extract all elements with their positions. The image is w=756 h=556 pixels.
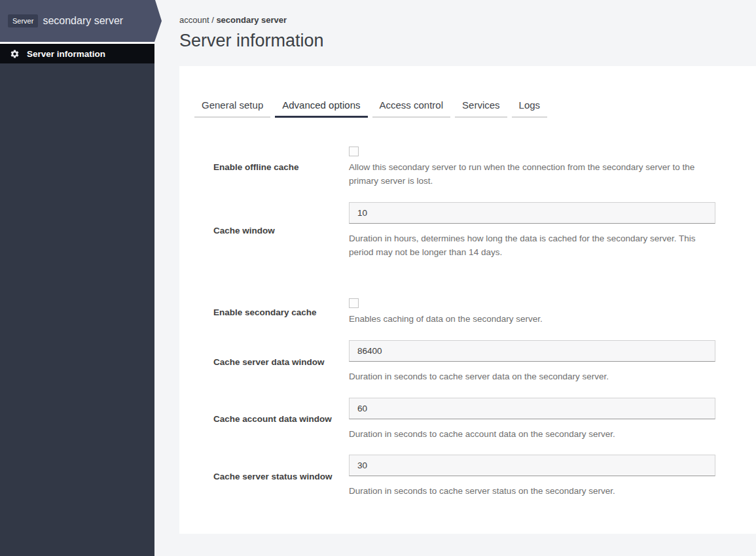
sidebar-header: Server secondary server — [0, 0, 162, 42]
sidebar-server-name: secondary server — [43, 15, 123, 27]
tab-advanced-options[interactable]: Advanced options — [275, 96, 367, 118]
form-row-enable-offline-cache: Enable offline cacheAllow this secondary… — [213, 147, 715, 188]
field-control: Duration in hours, determines how long t… — [349, 202, 715, 260]
tab-general-setup[interactable]: General setup — [194, 96, 270, 118]
field-control: Duration in seconds to cache server data… — [349, 340, 715, 384]
field-help: Duration in seconds to cache server stat… — [349, 485, 715, 498]
cache-server-status-window-input[interactable] — [349, 455, 715, 476]
settings-card: General setupAdvanced optionsAccess cont… — [179, 66, 756, 534]
tab-access-control[interactable]: Access control — [372, 96, 451, 118]
field-help: Duration in seconds to cache server data… — [349, 370, 715, 384]
field-control: Enables caching of data on the secondary… — [349, 298, 715, 326]
form-row-cache-server-data-window: Cache server data windowDuration in seco… — [213, 340, 715, 384]
breadcrumb-account-link[interactable]: account — [179, 15, 209, 25]
cache-server-data-window-input[interactable] — [349, 340, 715, 362]
gear-icon — [10, 49, 20, 59]
page-title: Server information — [179, 30, 756, 51]
field-help: Duration in seconds to cache account dat… — [349, 428, 715, 442]
tab-services[interactable]: Services — [455, 96, 507, 118]
breadcrumb-current: secondary server — [216, 15, 287, 25]
field-label: Cache window — [213, 226, 349, 235]
field-label: Cache server status window — [213, 472, 349, 481]
enable-offline-cache-checkbox[interactable] — [349, 147, 359, 156]
cache-window-input[interactable] — [349, 202, 715, 224]
breadcrumb-separator: / — [209, 15, 217, 25]
main-content: account / secondary server Server inform… — [154, 0, 756, 556]
tab-logs[interactable]: Logs — [512, 96, 548, 118]
sidebar-item-label: Server information — [27, 49, 105, 59]
cache-account-data-window-input[interactable] — [349, 398, 715, 419]
field-help: Duration in hours, determines how long t… — [349, 232, 715, 260]
field-help: Enables caching of data on the secondary… — [349, 313, 715, 326]
advanced-options-form: Enable offline cacheAllow this secondary… — [194, 147, 756, 498]
form-row-cache-account-data-window: Cache account data windowDuration in sec… — [213, 398, 715, 442]
field-control: Allow this secondary server to run when … — [349, 147, 715, 188]
server-badge: Server — [8, 14, 38, 27]
field-control: Duration in seconds to cache account dat… — [349, 398, 715, 442]
sidebar: Server secondary server Server informati… — [0, 0, 154, 556]
field-control: Duration in seconds to cache server stat… — [349, 455, 715, 498]
field-label: Enable offline cache — [213, 162, 349, 172]
form-row-cache-window: Cache windowDuration in hours, determine… — [213, 202, 715, 260]
breadcrumb: account / secondary server — [179, 15, 756, 25]
field-label: Cache server data window — [213, 357, 349, 367]
field-help: Allow this secondary server to run when … — [349, 161, 715, 188]
form-row-cache-server-status-window: Cache server status windowDuration in se… — [213, 455, 715, 498]
field-label: Enable secondary cache — [213, 307, 349, 317]
form-row-enable-secondary-cache: Enable secondary cacheEnables caching of… — [213, 298, 715, 326]
sidebar-item-server-information[interactable]: Server information — [0, 44, 154, 63]
enable-secondary-cache-checkbox[interactable] — [349, 298, 359, 308]
tabs: General setupAdvanced optionsAccess cont… — [194, 96, 756, 118]
field-label: Cache account data window — [213, 414, 349, 424]
